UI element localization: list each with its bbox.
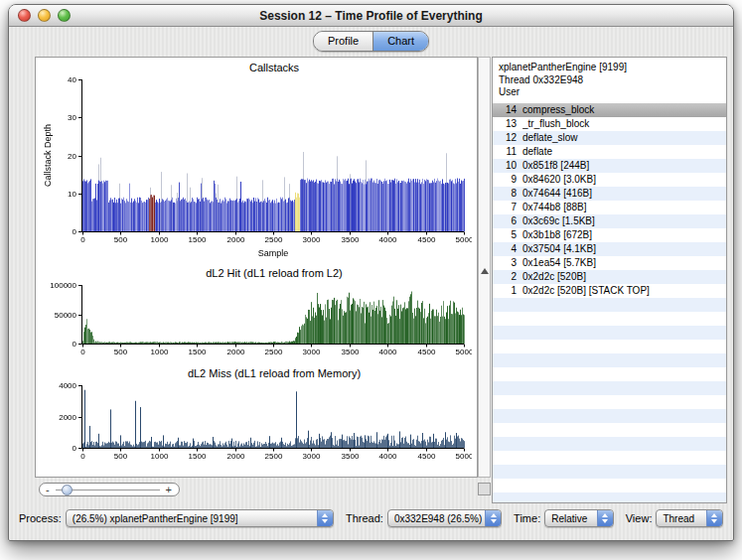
- callstack-row-label: 0x3b1b8 [672B]: [522, 228, 726, 242]
- callstack-row-label: 0x37504 [4.1KB]: [522, 242, 726, 256]
- callstack-row-depth: 10: [493, 159, 522, 173]
- callstack-row-label: 0x2d2c [520B]: [522, 270, 726, 284]
- callstack-row[interactable]: 10x2d2c [520B] [STACK TOP]: [493, 284, 726, 298]
- popup-arrows-icon: [706, 510, 722, 526]
- callstack-row[interactable]: 90x84620 [3.0KB]: [493, 173, 726, 187]
- callstack-row-label: 0x744b8 [88B]: [522, 201, 726, 214]
- callstack-row-depth: 13: [493, 117, 522, 131]
- thread-name: Thread 0x332E948: [499, 74, 720, 87]
- callstack-row-depth: 3: [493, 256, 522, 270]
- callstack-row[interactable]: 11deflate: [493, 145, 726, 159]
- time-popup[interactable]: Relative: [544, 509, 614, 527]
- dl2-miss-chart-title: dL2 Miss (dL1 reload from Memory): [36, 366, 477, 380]
- process-label: Process:: [19, 512, 62, 524]
- callstack-row[interactable]: 70x744b8 [88B]: [493, 201, 726, 214]
- popup-arrows-icon: [485, 510, 501, 526]
- callstack-row-label: deflate: [522, 145, 726, 159]
- chart-zoom-slider: - +: [39, 483, 180, 496]
- popup-arrows-icon: [597, 510, 613, 526]
- view-switcher: Profile Chart: [9, 31, 733, 52]
- dl2-hit-chart-title: dL2 Hit (dL1 reload from L2): [36, 266, 477, 280]
- callstack-row[interactable]: 12deflate_slow: [493, 131, 726, 145]
- callstack-rows: 14compress_block13_tr_flush_block12defla…: [493, 103, 726, 503]
- callstack-row-depth: 12: [493, 131, 522, 145]
- view-label: View:: [626, 512, 653, 524]
- zoom-slider-track[interactable]: [56, 490, 160, 490]
- tab-chart[interactable]: Chart: [373, 32, 428, 51]
- callstack-row-label: 0x2d2c [520B] [STACK TOP]: [522, 284, 726, 298]
- callstack-row-label: 0x1ea54 [5.7KB]: [522, 256, 726, 270]
- time-label: Time:: [514, 512, 540, 524]
- thread-popup[interactable]: 0x332E948 (26.5%): [387, 509, 502, 527]
- callstack-row[interactable]: 13_tr_flush_block: [493, 117, 726, 131]
- callstack-row[interactable]: 14compress_block: [493, 103, 726, 117]
- callstack-row-label: 0x851f8 [244B]: [522, 159, 726, 173]
- callstack-row-depth: 6: [493, 214, 522, 228]
- process-popup-value: (26.5%) xplanetPantherEngine [9199]: [67, 513, 317, 524]
- callstack-row[interactable]: 20x2d2c [520B]: [493, 270, 726, 284]
- zoom-out-button[interactable]: -: [40, 484, 52, 495]
- view-popup[interactable]: Thread: [656, 509, 723, 527]
- callstack-row[interactable]: 60x3c69c [1.5KB]: [493, 214, 726, 228]
- callstack-row-depth: 9: [493, 173, 522, 187]
- callstack-row-label: _tr_flush_block: [522, 117, 726, 131]
- callstack-row-depth: 11: [493, 145, 522, 159]
- time-popup-value: Relative: [545, 513, 597, 524]
- view-popup-value: Thread: [657, 513, 706, 524]
- process-popup[interactable]: (26.5%) xplanetPantherEngine [9199]: [66, 509, 334, 527]
- callstack-row[interactable]: 80x74644 [416B]: [493, 187, 726, 201]
- callstack-row-label: deflate_slow: [522, 131, 726, 145]
- callstack-row[interactable]: 100x851f8 [244B]: [493, 159, 726, 173]
- chart-panel: Callstacks dL2 Hit (dL1 reload from L2) …: [35, 57, 478, 478]
- callstack-row-label: compress_block: [522, 103, 726, 117]
- callstack-panel: xplanetPantherEngine [9199] Thread 0x332…: [492, 57, 727, 503]
- callstack-row-depth: 7: [493, 201, 522, 214]
- titlebar[interactable]: Session 12 – Time Profile of Everything: [9, 5, 733, 27]
- thread-popup-value: 0x332E948 (26.5%): [388, 513, 485, 524]
- callstack-row-depth: 2: [493, 270, 522, 284]
- callstack-row-label: 0x74644 [416B]: [522, 187, 726, 201]
- callstack-row-label: 0x84620 [3.0KB]: [522, 173, 726, 187]
- callstack-row-label: 0x3c69c [1.5KB]: [522, 214, 726, 228]
- callstack-empty-rows: [493, 298, 726, 503]
- callstack-row-depth: 5: [493, 228, 522, 242]
- popup-arrows-icon: [317, 510, 333, 526]
- callstack-row[interactable]: 50x3b1b8 [672B]: [493, 228, 726, 242]
- dl2-miss-chart[interactable]: [39, 380, 472, 464]
- callstacks-chart[interactable]: [39, 74, 472, 259]
- bottom-bar: Process: (26.5%) xplanetPantherEngine [9…: [9, 505, 733, 531]
- callstack-row-depth: 4: [493, 242, 522, 256]
- callstack-header: xplanetPantherEngine [9199] Thread 0x332…: [493, 58, 726, 103]
- window-title: Session 12 – Time Profile of Everything: [9, 9, 733, 23]
- app-window: Session 12 – Time Profile of Everything …: [8, 4, 734, 541]
- tab-profile[interactable]: Profile: [314, 32, 373, 51]
- callstack-row-depth: 14: [493, 103, 522, 117]
- view-switcher-segmented: Profile Chart: [313, 31, 429, 52]
- callstack-row[interactable]: 40x37504 [4.1KB]: [493, 242, 726, 256]
- zoom-in-button[interactable]: +: [164, 484, 179, 495]
- zoom-slider-thumb[interactable]: [62, 485, 73, 495]
- scrollbar-corner: [478, 483, 491, 495]
- callstack-row-depth: 8: [493, 187, 522, 201]
- thread-label: Thread:: [346, 512, 383, 524]
- process-name: xplanetPantherEngine [9199]: [499, 62, 720, 74]
- callstacks-chart-title: Callstacks: [36, 61, 477, 74]
- scroll-up-icon[interactable]: [481, 268, 489, 274]
- callstack-row-depth: 1: [493, 284, 522, 298]
- mode-name: User: [499, 86, 720, 99]
- dl2-hit-chart[interactable]: [39, 280, 472, 359]
- callstack-row[interactable]: 30x1ea54 [5.7KB]: [493, 256, 726, 270]
- vertical-scrollbar[interactable]: [478, 57, 491, 478]
